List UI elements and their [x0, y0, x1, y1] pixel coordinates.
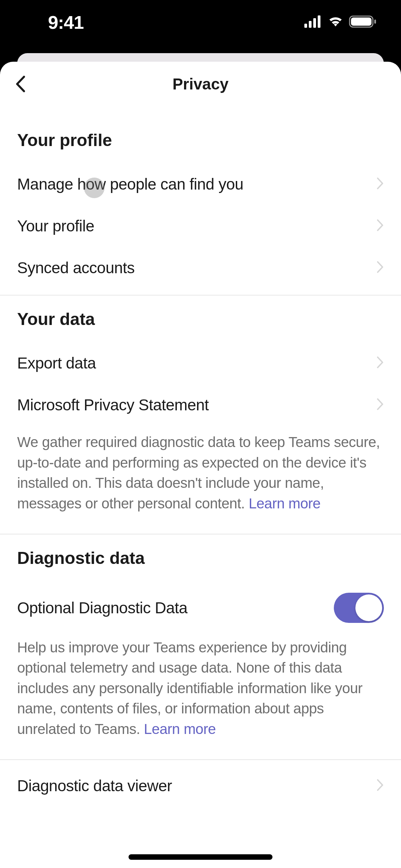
row-label: Diagnostic data viewer — [17, 776, 172, 795]
row-privacy-statement[interactable]: Microsoft Privacy Statement — [0, 384, 401, 426]
optional-diagnostic-description: Help us improve your Teams experience by… — [0, 631, 401, 753]
chevron-right-icon — [376, 261, 384, 275]
description-body: We gather required diagnostic data to ke… — [17, 434, 380, 511]
section-header-profile: Your profile — [0, 117, 401, 163]
row-manage-find-you[interactable]: Manage how people can find you — [0, 163, 401, 205]
settings-sheet: Privacy Your profile Manage how people c… — [0, 62, 401, 868]
row-label: Your profile — [17, 217, 94, 235]
row-label: Synced accounts — [17, 258, 135, 277]
battery-icon — [349, 15, 377, 30]
optional-diagnostic-toggle[interactable] — [334, 593, 384, 623]
wifi-icon — [327, 15, 344, 29]
row-optional-diagnostic: Optional Diagnostic Data — [0, 581, 401, 631]
chevron-right-icon — [376, 779, 384, 793]
row-label: Export data — [17, 354, 96, 372]
row-diagnostic-viewer[interactable]: Diagnostic data viewer — [0, 760, 401, 811]
status-icons — [304, 15, 380, 30]
row-label: Manage how people can find you — [17, 175, 243, 193]
diagnostic-description: We gather required diagnostic data to ke… — [0, 426, 401, 528]
svg-rect-5 — [351, 17, 372, 26]
section-header-diagnostic: Diagnostic data — [0, 534, 401, 581]
chevron-right-icon — [376, 219, 384, 233]
svg-rect-0 — [304, 24, 307, 28]
back-button[interactable] — [10, 74, 31, 94]
section-header-data: Your data — [0, 296, 401, 342]
cellular-signal-icon — [304, 15, 322, 29]
row-export-data[interactable]: Export data — [0, 342, 401, 384]
status-bar: 9:41 — [0, 0, 401, 51]
chevron-right-icon — [376, 356, 384, 370]
row-your-profile[interactable]: Your profile — [0, 205, 401, 247]
learn-more-link[interactable]: Learn more — [248, 495, 320, 511]
chevron-left-icon — [14, 75, 27, 93]
row-synced-accounts[interactable]: Synced accounts — [0, 247, 401, 289]
home-indicator[interactable] — [129, 854, 272, 860]
svg-rect-2 — [313, 18, 316, 28]
chevron-right-icon — [376, 177, 384, 191]
row-label: Microsoft Privacy Statement — [17, 396, 209, 414]
learn-more-link[interactable]: Learn more — [144, 721, 216, 737]
svg-rect-6 — [374, 20, 376, 24]
toggle-label: Optional Diagnostic Data — [17, 599, 187, 617]
toggle-knob — [355, 594, 382, 621]
nav-header: Privacy — [0, 62, 401, 106]
status-time: 9:41 — [21, 12, 84, 33]
page-title: Privacy — [0, 75, 401, 93]
content: Your profile Manage how people can find … — [0, 106, 401, 811]
svg-rect-1 — [309, 21, 312, 28]
svg-rect-3 — [318, 15, 320, 28]
chevron-right-icon — [376, 398, 384, 412]
